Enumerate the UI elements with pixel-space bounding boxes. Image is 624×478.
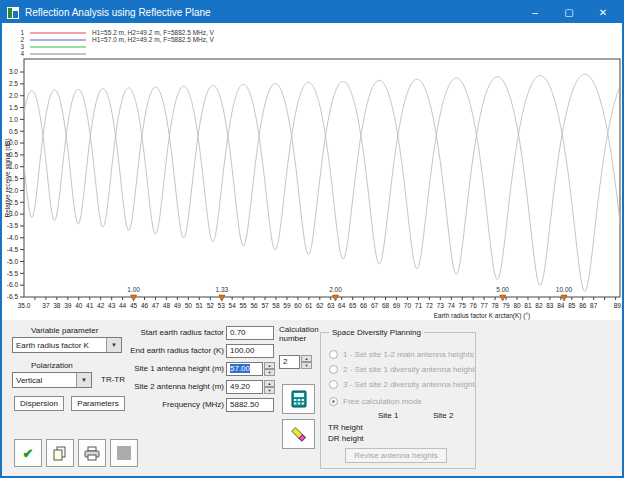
print-button[interactable] xyxy=(78,439,106,467)
svg-text:1.33: 1.33 xyxy=(216,286,229,293)
svg-text:85: 85 xyxy=(568,302,576,309)
svg-text:89.4: 89.4 xyxy=(614,302,622,309)
site2-height-stepper[interactable]: ▲▼ xyxy=(264,380,275,394)
svg-text:42: 42 xyxy=(97,302,105,309)
calculation-number-stepper[interactable]: ▲▼ xyxy=(301,355,312,369)
calculator-icon xyxy=(291,390,307,408)
svg-text:75: 75 xyxy=(459,302,467,309)
radio-icon xyxy=(329,365,338,374)
reflection-chart: 3.02.52.01.51.00.50.0-0.5-1.0-1.5-2.0-2.… xyxy=(2,23,622,320)
maximize-icon[interactable]: ▢ xyxy=(552,2,586,23)
polarization-value: Vertical xyxy=(16,376,42,385)
svg-text:41: 41 xyxy=(86,302,94,309)
svg-text:77: 77 xyxy=(481,302,489,309)
radio-icon xyxy=(329,380,338,389)
svg-text:-5.0: -5.0 xyxy=(7,258,19,265)
svg-text:3.0: 3.0 xyxy=(9,68,18,75)
svg-text:87: 87 xyxy=(590,302,598,309)
svg-text:10.00: 10.00 xyxy=(556,286,573,293)
svg-text:2.00: 2.00 xyxy=(329,286,342,293)
radio-icon xyxy=(329,350,338,359)
svg-text:45: 45 xyxy=(130,302,138,309)
svg-text:49: 49 xyxy=(174,302,182,309)
svg-text:1.00: 1.00 xyxy=(127,286,140,293)
clear-button[interactable] xyxy=(282,419,315,449)
polarization-select[interactable]: Vertical ▼ xyxy=(12,372,92,388)
svg-text:1.5: 1.5 xyxy=(9,104,18,111)
svg-text:38: 38 xyxy=(53,302,61,309)
calculation-number-input[interactable]: 2 xyxy=(279,355,300,369)
revise-antenna-heights-button[interactable]: Revise antenna heights xyxy=(345,448,447,463)
variable-parameter-label: Variable parameter xyxy=(31,326,98,335)
space-diversity-group: Space Diversity Planning 1 - Set site 1-… xyxy=(320,332,476,469)
printer-icon xyxy=(84,446,100,461)
svg-text:2.0: 2.0 xyxy=(9,92,18,99)
radio-option-free-mode[interactable]: Free calculation mode xyxy=(329,396,422,406)
svg-text:60: 60 xyxy=(294,302,302,309)
window-title: Reflection Analysis using Reflective Pla… xyxy=(25,7,211,18)
site2-antenna-height-label: Site 2 antenna height (m) xyxy=(104,382,224,391)
svg-text:81: 81 xyxy=(524,302,532,309)
svg-text:5.00: 5.00 xyxy=(496,286,509,293)
svg-text:54: 54 xyxy=(229,302,237,309)
svg-text:57: 57 xyxy=(261,302,269,309)
svg-text:47: 47 xyxy=(152,302,160,309)
svg-text:67: 67 xyxy=(371,302,379,309)
svg-text:66: 66 xyxy=(360,302,368,309)
end-earth-radius-input[interactable]: 100.00 xyxy=(226,344,274,358)
svg-text:55: 55 xyxy=(240,302,248,309)
frequency-input[interactable]: 5882.50 xyxy=(226,398,274,412)
titlebar: Reflection Analysis using Reflective Pla… xyxy=(2,2,622,23)
copy-button[interactable] xyxy=(46,439,74,467)
calculate-button[interactable] xyxy=(282,384,315,414)
svg-text:65: 65 xyxy=(349,302,357,309)
tr-height-label: TR height xyxy=(328,423,363,432)
start-earth-radius-input[interactable]: 0.70 xyxy=(226,326,274,340)
svg-text:64: 64 xyxy=(338,302,346,309)
svg-text:83: 83 xyxy=(546,302,554,309)
svg-text:63: 63 xyxy=(327,302,335,309)
svg-text:69: 69 xyxy=(393,302,401,309)
svg-text:43: 43 xyxy=(108,302,116,309)
site1-antenna-height-label: Site 1 antenna height (m) xyxy=(104,364,224,373)
svg-text:37: 37 xyxy=(42,302,50,309)
chevron-down-icon[interactable]: ▼ xyxy=(76,373,91,387)
svg-text:50: 50 xyxy=(185,302,193,309)
site1-height-stepper[interactable]: ▲▼ xyxy=(264,362,275,376)
polarization-label: Polarization xyxy=(31,361,73,370)
svg-text:-3.5: -3.5 xyxy=(7,222,19,229)
svg-text:56: 56 xyxy=(250,302,258,309)
chart-region: 1 H1=55.2 m, H2=49.2 m, F=5882.5 MHz, V … xyxy=(2,23,622,320)
site2-antenna-height-input[interactable]: 49.20 xyxy=(226,380,263,394)
site1-column-label: Site 1 xyxy=(378,411,398,420)
svg-text:Earth radius factor K arctan(K: Earth radius factor K arctan(K) (°) xyxy=(434,312,531,320)
app-window: Reflection Analysis using Reflective Pla… xyxy=(0,0,624,478)
svg-text:1.0: 1.0 xyxy=(9,116,18,123)
svg-text:53: 53 xyxy=(218,302,226,309)
svg-text:84: 84 xyxy=(557,302,565,309)
radio-option-2[interactable]: 2 - Set site 1 diversity antenna height xyxy=(329,364,475,374)
site1-antenna-height-input[interactable]: 57.00 xyxy=(226,362,263,376)
svg-text:78: 78 xyxy=(491,302,499,309)
checkmark-icon: ✔ xyxy=(23,446,34,461)
close-icon[interactable]: ✕ xyxy=(586,2,620,23)
svg-text:-4.0: -4.0 xyxy=(7,234,19,241)
stop-button[interactable] xyxy=(110,439,138,467)
svg-text:46: 46 xyxy=(141,302,149,309)
minimize-icon[interactable]: – xyxy=(518,2,552,23)
svg-text:52: 52 xyxy=(207,302,215,309)
svg-text:39: 39 xyxy=(64,302,72,309)
svg-text:80: 80 xyxy=(513,302,521,309)
svg-text:86: 86 xyxy=(579,302,587,309)
dispersion-button[interactable]: Dispersion xyxy=(14,396,64,411)
dr-height-label: DR height xyxy=(328,434,364,443)
space-diversity-title: Space Diversity Planning xyxy=(329,328,424,337)
svg-text:71: 71 xyxy=(415,302,423,309)
radio-option-1[interactable]: 1 - Set site 1-2 main antenna heights xyxy=(329,349,474,359)
radio-option-3[interactable]: 3 - Set site 2 diversity antenna height xyxy=(329,379,475,389)
svg-text:79: 79 xyxy=(502,302,510,309)
run-button[interactable]: ✔ xyxy=(14,439,42,467)
frequency-label: Frequency (MHz) xyxy=(104,400,224,409)
svg-text:40: 40 xyxy=(75,302,83,309)
svg-text:82: 82 xyxy=(535,302,543,309)
